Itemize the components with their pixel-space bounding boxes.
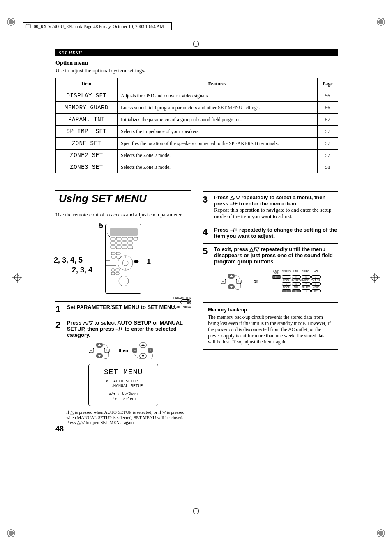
btn-label: JAZZ xyxy=(311,270,321,274)
svg-rect-28 xyxy=(111,256,115,258)
th-features: Features xyxy=(118,78,318,90)
svg-rect-19 xyxy=(116,242,121,244)
svg-text:+: + xyxy=(149,348,152,352)
svg-rect-24 xyxy=(122,246,127,249)
option-menu-title: Option menu xyxy=(55,60,338,67)
cell-item: SP IMP. SET xyxy=(56,126,118,138)
sound-field-button: 9 xyxy=(282,289,291,292)
step-5-text: To exit, press △/▽ repeatedly until the … xyxy=(214,246,338,265)
svg-rect-36 xyxy=(134,260,138,263)
cell-page: 58 xyxy=(317,161,338,173)
memory-backup-body: The memory back-up circuit prevents the … xyxy=(208,314,333,345)
table-row: SP IMP. SETSelects the impedance of your… xyxy=(56,126,338,138)
svg-rect-14 xyxy=(116,237,121,240)
memory-backup-title: Memory back-up xyxy=(208,307,333,313)
table-row: PARAM. INIInitializes the parameters of … xyxy=(56,114,338,126)
sound-field-buttons-grid: 6.1/ES DSPSTEREOHALLCHURCHJAZZON1234ROCK… xyxy=(272,270,321,292)
btn-label: MOVIE xyxy=(282,286,291,288)
book-header-text: 00_RX-V2400U_EN.book Page 48 Friday, Oct… xyxy=(34,24,164,29)
svg-rect-25 xyxy=(128,246,133,249)
setmenu-label: SET MENU xyxy=(176,305,191,308)
pdf-book-icon xyxy=(25,24,31,29)
svg-marker-59 xyxy=(141,355,145,357)
nav-pad-exit-icon: – + xyxy=(221,272,246,290)
exit-diagram: – + or 6.1/ES DSPSTEREOHALLCHURCHJAZZON1… xyxy=(203,270,338,292)
btn-label: MUSIC xyxy=(302,279,311,281)
then-label: then xyxy=(118,348,128,353)
table-row: ZONE2 SETSelects the Zone 2 mode.57 xyxy=(56,150,338,161)
btn-label: 6.1/ES DSP xyxy=(272,270,281,274)
svg-point-31 xyxy=(122,260,128,266)
sound-field-button: +10 xyxy=(302,289,311,292)
osd-screen: SET MENU ➤ .AUTO SETUP .MANUAL SETUP ▲/▼… xyxy=(88,364,158,406)
step-3-number: 3 xyxy=(203,194,211,220)
step-2-text: Press △/▽ to select AUTO SETUP or MANUAL… xyxy=(67,320,191,338)
svg-text:–: – xyxy=(221,279,224,283)
nav-pad-then-diagram: – + then – + xyxy=(55,341,191,359)
svg-rect-40 xyxy=(116,272,119,275)
table-row: ZONE SETSpecifies the location of the sp… xyxy=(56,138,338,150)
option-menu-table: Item Features Page DISPLAY SETAdjusts th… xyxy=(55,78,338,173)
cell-page: 57 xyxy=(317,150,338,161)
reg-mark-top-left xyxy=(5,16,17,28)
sound-field-button: 4 xyxy=(311,275,321,279)
cell-item: ZONE2 SET xyxy=(56,150,118,161)
sound-field-button: 1 xyxy=(282,275,291,279)
reg-mark-bottom-left xyxy=(5,527,17,539)
sound-field-button: 6 xyxy=(292,282,301,286)
page-number: 48 xyxy=(55,425,64,433)
sound-field-button: 5 xyxy=(282,282,291,286)
svg-rect-16 xyxy=(128,237,133,240)
nav-pad-leftright-icon: – + xyxy=(132,341,158,359)
svg-rect-39 xyxy=(111,272,115,275)
svg-rect-38 xyxy=(116,269,119,271)
table-row: MEMORY GUARDLocks sound field program pa… xyxy=(56,102,338,114)
remote-label-2345: 2, 3, 4, 5 xyxy=(54,256,83,265)
cell-page: 56 xyxy=(317,102,338,114)
remote-control-diagram: 5 2, 3, 4, 5 2, 3, 4 1 xyxy=(55,224,191,294)
cell-features: Specifies the location of the speakers c… xyxy=(118,138,318,150)
osd-item-manual: .MANUAL SETUP xyxy=(106,384,152,388)
svg-text:+: + xyxy=(238,279,240,283)
using-intro: Use the remote control to access and adj… xyxy=(55,212,191,218)
svg-rect-12 xyxy=(110,228,138,236)
cell-page: 57 xyxy=(317,126,338,138)
memory-backup-box: Memory back-up The memory back-up circui… xyxy=(203,302,338,350)
svg-rect-15 xyxy=(122,237,127,240)
btn-label: CHURCH xyxy=(302,270,311,274)
table-row: ZONE3 SETSelects the Zone 3 mode.58 xyxy=(56,161,338,173)
cell-page: 57 xyxy=(317,114,338,126)
svg-rect-17 xyxy=(134,237,138,240)
svg-rect-22 xyxy=(111,246,115,249)
btn-label: SELECT xyxy=(302,286,311,288)
svg-rect-27 xyxy=(116,252,120,255)
cell-features: Selects the Zone 3 mode. xyxy=(118,161,318,173)
svg-point-41 xyxy=(119,276,129,286)
table-row: DISPLAY SETAdjusts the OSD and converts … xyxy=(56,90,338,102)
cell-features: Adjusts the OSD and converts video signa… xyxy=(118,90,318,102)
btn-label: HALL xyxy=(292,270,301,274)
book-header-bar: 00_RX-V2400U_EN.book Page 48 Friday, Oct… xyxy=(23,22,171,30)
sound-field-button: 10 xyxy=(292,289,301,292)
remote-label-234: 2, 3, 4 xyxy=(72,266,92,274)
svg-rect-18 xyxy=(111,242,115,244)
th-page: Page xyxy=(317,78,338,90)
osd-item-auto: ➤ .AUTO SETUP xyxy=(106,379,152,384)
remote-label-1: 1 xyxy=(147,258,151,266)
cell-features: Selects the Zone 2 mode. xyxy=(118,150,318,161)
step-5-number: 5 xyxy=(203,246,211,265)
cell-features: Initializes the parameters of a group of… xyxy=(118,114,318,126)
reg-arrow-bottom xyxy=(191,506,201,516)
sound-field-button: ENT xyxy=(311,289,321,292)
reg-mark-top-right xyxy=(375,16,387,28)
svg-rect-26 xyxy=(111,252,115,255)
btn-label: ENTERTAIN xyxy=(292,279,301,281)
svg-rect-21 xyxy=(128,242,133,244)
btn-label: STEREO xyxy=(282,270,291,274)
th-item: Item xyxy=(56,78,118,90)
switch-icon xyxy=(180,299,191,304)
remote-label-5: 5 xyxy=(99,221,103,230)
reg-arrow-right xyxy=(370,273,380,283)
btn-label: ROCK xyxy=(282,279,291,281)
sound-field-button: 3 xyxy=(302,275,311,279)
